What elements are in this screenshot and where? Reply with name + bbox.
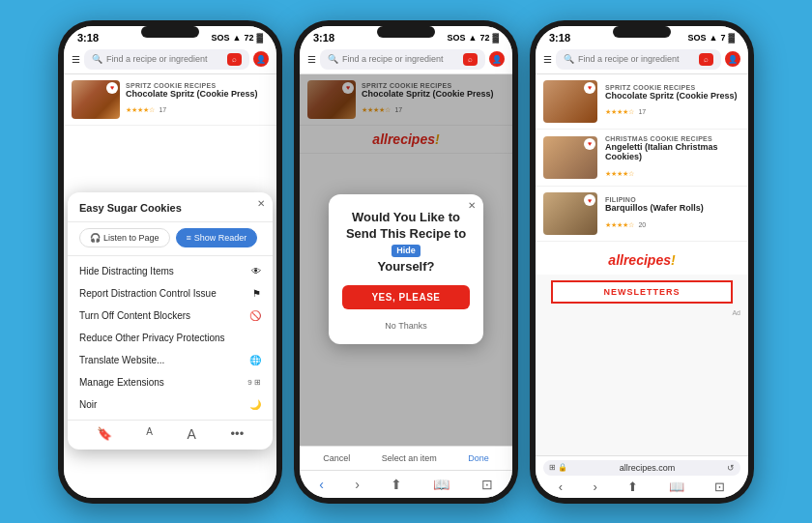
more-icon-1[interactable]: ••• bbox=[231, 426, 245, 442]
search-button-1[interactable]: ⌕ bbox=[227, 53, 242, 66]
list-item-2[interactable]: ♥ FILIPINO Barquillos (Wafer Rolls) ★★★★… bbox=[536, 187, 748, 242]
battery-icon-2: ▓ bbox=[492, 33, 499, 43]
bookmarks-icon-2[interactable]: 📖 bbox=[433, 477, 450, 492]
bookmarks-icon-3[interactable]: 📖 bbox=[669, 479, 684, 494]
back-icon-2[interactable]: ‹ bbox=[319, 477, 324, 492]
time-1: 3:18 bbox=[77, 32, 99, 44]
user-avatar-1[interactable]: 👤 bbox=[253, 51, 269, 67]
cancel-button-2[interactable]: Cancel bbox=[317, 451, 356, 465]
page-content-3: ♥ SPRITZ COOKIE RECIPES Chocolate Spritz… bbox=[536, 74, 748, 455]
back-icon-3[interactable]: ‹ bbox=[559, 479, 563, 494]
font-small-icon-1[interactable]: A bbox=[146, 426, 153, 442]
search-bar-2[interactable]: 🔍 ⌕ bbox=[320, 49, 485, 70]
modal-overlay-2[interactable]: ✕ Would You Like to Send This Recipe to … bbox=[300, 74, 512, 446]
list-stars-2: ★★★★☆ bbox=[605, 221, 634, 228]
bookmark-icon-1[interactable]: 🔖 bbox=[97, 426, 112, 442]
recipe-name-1: Chocolate Spritz (Cookie Press) bbox=[126, 89, 269, 100]
list-thumb-1: ♥ bbox=[543, 136, 597, 179]
list-thumb-2: ♥ bbox=[543, 192, 597, 235]
search-bar-3[interactable]: 🔍 ⌕ bbox=[556, 49, 721, 70]
font-large-icon-1[interactable]: A bbox=[188, 426, 196, 442]
browser-top-3: ☰ 🔍 ⌕ 👤 bbox=[536, 45, 748, 74]
forward-icon-2[interactable]: › bbox=[355, 477, 360, 492]
select-button-2[interactable]: Select an item bbox=[376, 451, 443, 465]
search-input-1[interactable] bbox=[106, 54, 223, 64]
url-text-3: allrecipes.com bbox=[571, 463, 723, 473]
yes-please-button-2[interactable]: YES, PLEASE bbox=[342, 285, 470, 309]
hamburger-1[interactable]: ☰ bbox=[72, 54, 80, 65]
list-category-2: FILIPINO bbox=[605, 196, 740, 203]
menu-label-hide-1: Hide Distracting Items bbox=[79, 266, 174, 276]
reload-icon-3[interactable]: ↺ bbox=[727, 463, 735, 473]
wifi-icon-2: ▲ bbox=[469, 33, 478, 43]
phone-3: 3:18 SOS ▲ 7 ▓ ☰ 🔍 ⌕ 👤 bbox=[530, 20, 754, 504]
battery-3: 7 bbox=[720, 33, 725, 43]
listen-button-1[interactable]: 🎧 Listen to Page bbox=[79, 228, 170, 247]
phone3-bottom-3: ⊞ 🔒 allrecipes.com ↺ ‹ › ⬆ 📖 ⊡ bbox=[536, 455, 748, 498]
menu-translate-1[interactable]: Translate Website... 🌐 bbox=[68, 349, 273, 371]
list-item-0[interactable]: ♥ SPRITZ COOKIE RECIPES Chocolate Spritz… bbox=[536, 74, 748, 130]
recipe-info-1: SPRITZ COOKIE RECIPES Chocolate Spritz (… bbox=[126, 82, 269, 117]
hamburger-3[interactable]: ☰ bbox=[543, 54, 552, 65]
modal-box-2: ✕ Would You Like to Send This Recipe to … bbox=[329, 194, 483, 344]
safari-actions-1: 🎧 Listen to Page ≡ Show Reader bbox=[68, 228, 273, 256]
share-icon-3[interactable]: ⬆ bbox=[627, 479, 638, 494]
wifi-icon-1: ▲ bbox=[233, 33, 242, 43]
battery-icon-3: ▓ bbox=[728, 33, 735, 43]
eye-icon-1: 👁 bbox=[251, 266, 261, 276]
menu-label-ext-1: Manage Extensions bbox=[79, 377, 164, 388]
list-count-2: 20 bbox=[638, 221, 646, 228]
menu-hide-distracting-1[interactable]: Hide Distracting Items 👁 bbox=[68, 260, 273, 282]
done-button-2[interactable]: Done bbox=[462, 451, 495, 465]
user-avatar-3[interactable]: 👤 bbox=[725, 51, 740, 67]
list-item-1[interactable]: ♥ CHRISTMAS COOKIE RECIPES Angeletti (It… bbox=[536, 130, 748, 188]
list-info-1: CHRISTMAS COOKIE RECIPES Angeletti (Ital… bbox=[605, 135, 740, 181]
content-area-2: ♥ SPRITZ COOKIE RECIPES Chocolate Spritz… bbox=[300, 74, 512, 446]
menu-noir-1[interactable]: Noir 🌙 bbox=[68, 393, 273, 416]
menu-content-blockers-1[interactable]: Turn Off Content Blockers 🚫 bbox=[68, 305, 273, 327]
menu-close-1[interactable]: ✕ bbox=[257, 198, 265, 209]
browser-top-2: ☰ 🔍 ⌕ 👤 bbox=[300, 45, 512, 74]
heart-badge-1[interactable]: ♥ bbox=[106, 82, 118, 94]
menu-label-translate-1: Translate Website... bbox=[79, 355, 164, 365]
reader-button-1[interactable]: ≡ Show Reader bbox=[176, 228, 258, 247]
search-button-3[interactable]: ⌕ bbox=[699, 53, 713, 66]
modal-close-2[interactable]: ✕ bbox=[468, 200, 476, 211]
status-icons-2: SOS ▲ 72 ▓ bbox=[447, 33, 499, 43]
search-input-2[interactable] bbox=[342, 54, 459, 64]
flag-icon-1: ⚑ bbox=[252, 288, 261, 299]
ad-label-3: Ad bbox=[536, 309, 748, 316]
list-count-0: 17 bbox=[638, 108, 646, 115]
search-input-3[interactable] bbox=[578, 54, 695, 64]
phone3-nav-3: ‹ › ⬆ 📖 ⊡ bbox=[543, 479, 740, 494]
translate-small-icon-3: ⊞ bbox=[549, 463, 556, 472]
menu-extensions-1[interactable]: Manage Extensions 9 ⊞ bbox=[68, 371, 273, 393]
status-icons-3: SOS ▲ 7 ▓ bbox=[687, 33, 735, 43]
time-2: 3:18 bbox=[313, 32, 334, 44]
search-button-2[interactable]: ⌕ bbox=[463, 53, 478, 66]
list-name-0: Chocolate Spritz (Cookie Press) bbox=[605, 91, 740, 102]
phone-screen-2: 3:18 SOS ▲ 72 ▓ ☰ 🔍 ⌕ 👤 bbox=[300, 26, 512, 498]
tabs-icon-2[interactable]: ⊡ bbox=[481, 477, 493, 492]
search-bar-1[interactable]: 🔍 ⌕ bbox=[84, 49, 249, 70]
reader-icon-1: ≡ bbox=[187, 233, 191, 243]
recipe-card-top-1: ♥ SPRITZ COOKIE RECIPES Chocolate Spritz… bbox=[64, 74, 276, 126]
menu-privacy-1[interactable]: Reduce Other Privacy Protections bbox=[68, 327, 273, 349]
hamburger-2[interactable]: ☰ bbox=[307, 54, 316, 65]
no-thanks-button-2[interactable]: No Thanks bbox=[385, 321, 426, 331]
list-category-1: CHRISTMAS COOKIE RECIPES bbox=[605, 135, 740, 142]
forward-icon-3[interactable]: › bbox=[594, 479, 597, 494]
status-icons-1: SOS ▲ 72 ▓ bbox=[211, 33, 263, 43]
tabs-icon-3[interactable]: ⊡ bbox=[714, 479, 725, 494]
menu-report-1[interactable]: Report Distraction Control Issue ⚑ bbox=[68, 282, 273, 305]
time-3: 3:18 bbox=[549, 32, 570, 44]
share-icon-2[interactable]: ⬆ bbox=[391, 477, 402, 492]
heart-badge-list-2[interactable]: ♥ bbox=[584, 194, 595, 206]
heart-badge-list-1[interactable]: ♥ bbox=[584, 138, 595, 150]
modal-title-2: Would You Like to Send This Recipe to Hi… bbox=[342, 210, 470, 276]
user-avatar-2[interactable]: 👤 bbox=[489, 51, 505, 67]
newsletters-button-3[interactable]: NEWSLETTERS bbox=[551, 280, 733, 304]
url-bar-3[interactable]: ⊞ 🔒 allrecipes.com ↺ bbox=[543, 460, 740, 476]
heart-badge-list-0[interactable]: ♥ bbox=[584, 82, 595, 94]
phone-screen-1: 3:18 SOS ▲ 72 ▓ ☰ 🔍 ⌕ 👤 bbox=[64, 26, 276, 498]
